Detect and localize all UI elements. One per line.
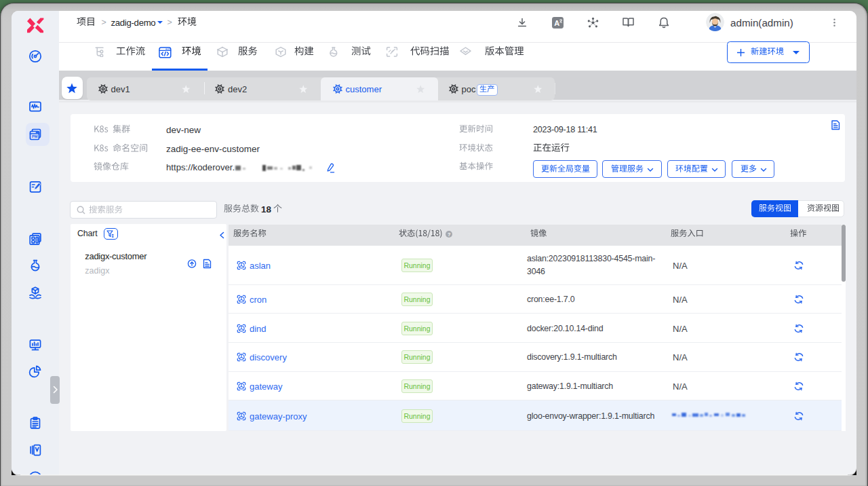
svg-text:?: ?	[447, 231, 450, 237]
svg-text:A: A	[554, 18, 559, 26]
svg-text:PM: PM	[32, 134, 38, 138]
